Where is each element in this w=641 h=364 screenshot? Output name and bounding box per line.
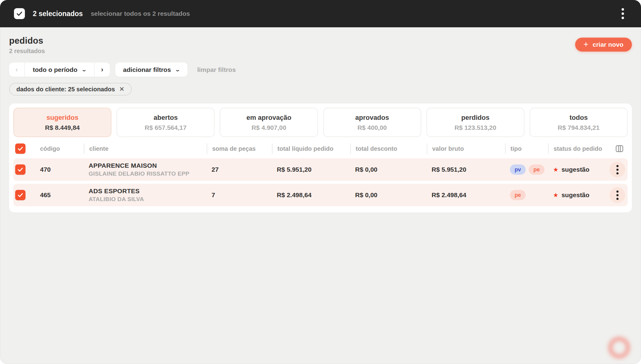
- star-icon: ★: [553, 166, 558, 173]
- filters-row: ‹ todo o período ⌄ › adicionar filtros ⌄…: [9, 62, 632, 77]
- tipo-pill-pv: pv: [510, 164, 526, 175]
- client-name: APPARENCE MAISON: [89, 162, 207, 169]
- tab-label: abertos: [154, 114, 178, 122]
- tab-perdidos[interactable]: perdidos R$ 123.513,20: [426, 108, 524, 137]
- tab-value: R$ 794.834,21: [558, 124, 600, 131]
- col-total-desconto[interactable]: total desconto: [350, 143, 427, 154]
- page-title: pedidos: [9, 36, 45, 46]
- client-subname: GISLAINE DELABIO RISSATTO EPP: [89, 170, 207, 177]
- col-status-pedido[interactable]: status do pedido: [548, 143, 603, 154]
- selection-bar: 2 selecionados selecionar todos os 2 res…: [0, 0, 641, 27]
- period-next-button[interactable]: ›: [94, 62, 110, 77]
- col-cliente[interactable]: cliente: [84, 143, 207, 154]
- period-selector: ‹ todo o período ⌄ ›: [9, 62, 110, 77]
- col-total-liquido[interactable]: total líquido pedido: [272, 143, 350, 154]
- tipo-pill-pe: pe: [510, 190, 526, 200]
- checkmark-icon: [17, 192, 23, 198]
- selection-menu-button[interactable]: [619, 5, 627, 22]
- column-settings-button[interactable]: [603, 145, 628, 153]
- row-checkbox[interactable]: [15, 164, 25, 175]
- tab-em-aprovacao[interactable]: em aprovação R$ 4.907,00: [220, 108, 318, 137]
- cell-valor-bruto: R$ 2.498,64: [427, 191, 505, 199]
- columns-icon: [616, 145, 623, 153]
- plus-icon: +: [584, 40, 588, 49]
- active-filters-row: dados do cliente: 25 selecionados ✕: [9, 83, 632, 96]
- filter-chip-label: dados do cliente: 25 selecionados: [16, 86, 115, 93]
- cell-valor-bruto: R$ 5.951,20: [427, 166, 505, 173]
- cell-codigo: 470: [35, 166, 84, 173]
- checkmark-icon: [17, 167, 23, 173]
- checkmark-icon: [16, 10, 23, 17]
- chevron-down-icon: ⌄: [81, 67, 87, 72]
- tab-label: sugeridos: [46, 114, 78, 122]
- tab-abertos[interactable]: abertos R$ 657.564,17: [117, 108, 215, 137]
- tab-label: aprovados: [355, 114, 389, 122]
- chevron-down-icon: ⌄: [175, 67, 181, 72]
- status-tabs: sugeridos R$ 8.449,84 abertos R$ 657.564…: [13, 108, 628, 137]
- cell-status: ★ sugestão: [548, 191, 603, 199]
- cell-status: ★ sugestão: [548, 166, 603, 173]
- row-checkbox[interactable]: [15, 190, 25, 200]
- tab-value: R$ 4.907,00: [252, 124, 286, 131]
- selected-count-label: 2 selecionados: [33, 10, 83, 18]
- client-subname: ATALIBIO DA SILVA: [89, 196, 207, 203]
- tab-label: em aprovação: [246, 114, 291, 122]
- col-codigo[interactable]: código: [35, 143, 84, 154]
- cell-cliente: ADS ESPORTES ATALIBIO DA SILVA: [84, 187, 207, 203]
- row-menu-button[interactable]: [609, 162, 625, 177]
- cell-cliente: APPARENCE MAISON GISLAINE DELABIO RISSAT…: [84, 162, 207, 177]
- select-all-results-link[interactable]: selecionar todos os 2 resultados: [91, 10, 190, 17]
- cell-total-desconto: R$ 0,00: [350, 166, 427, 173]
- col-valor-bruto[interactable]: valor bruto: [427, 143, 505, 154]
- clear-filters-link[interactable]: limpar filtros: [197, 66, 236, 73]
- period-prev-button[interactable]: ‹: [9, 62, 25, 77]
- tab-value: R$ 400,00: [358, 124, 387, 131]
- page-header: pedidos 2 resultados + criar novo: [9, 36, 632, 55]
- status-label: sugestão: [561, 191, 589, 199]
- tab-value: R$ 8.449,84: [45, 124, 80, 131]
- cursor-highlight-ring: [608, 337, 630, 359]
- cell-total-liquido: R$ 5.951,20: [272, 166, 350, 173]
- col-soma-de-pecas[interactable]: soma de peças: [207, 143, 272, 154]
- tab-aprovados[interactable]: aprovados R$ 400,00: [323, 108, 421, 137]
- cell-codigo: 465: [35, 191, 84, 199]
- star-icon: ★: [553, 191, 558, 199]
- cell-total-liquido: R$ 2.498,64: [272, 191, 350, 199]
- cell-tipo: pe: [505, 190, 548, 200]
- tab-label: perdidos: [461, 114, 490, 122]
- create-new-label: criar novo: [592, 41, 623, 48]
- tipo-pill-pe: pe: [529, 164, 544, 175]
- cell-soma-pecas: 27: [207, 166, 272, 173]
- tab-label: todos: [570, 114, 588, 122]
- add-filters-label: adicionar filtros: [123, 66, 171, 73]
- cell-tipo: pvpe: [505, 164, 548, 175]
- cell-soma-pecas: 7: [207, 191, 272, 199]
- results-count: 2 resultados: [9, 48, 45, 55]
- period-label: todo o período: [33, 66, 77, 73]
- app-window: 2 selecionados selecionar todos os 2 res…: [0, 0, 641, 364]
- tab-sugeridos[interactable]: sugeridos R$ 8.449,84: [13, 108, 111, 137]
- header-checkbox[interactable]: [15, 143, 25, 154]
- orders-card: sugeridos R$ 8.449,84 abertos R$ 657.564…: [9, 103, 632, 212]
- status-label: sugestão: [561, 166, 589, 173]
- period-dropdown[interactable]: todo o período ⌄: [25, 62, 94, 77]
- tab-value: R$ 657.564,17: [145, 124, 187, 131]
- table-row[interactable]: 465 ADS ESPORTES ATALIBIO DA SILVA 7 R$ …: [13, 184, 628, 206]
- table-header: código cliente soma de peças total líqui…: [13, 139, 628, 158]
- select-all-checkbox[interactable]: [14, 8, 25, 19]
- checkmark-icon: [17, 146, 23, 152]
- row-menu-button[interactable]: [609, 187, 625, 203]
- client-name: ADS ESPORTES: [89, 187, 207, 195]
- col-tipo[interactable]: tipo: [505, 143, 548, 154]
- tab-todos[interactable]: todos R$ 794.834,21: [530, 108, 628, 137]
- table-row[interactable]: 470 APPARENCE MAISON GISLAINE DELABIO RI…: [13, 158, 628, 181]
- client-data-filter-chip[interactable]: dados do cliente: 25 selecionados ✕: [9, 83, 132, 96]
- cell-total-desconto: R$ 0,00: [350, 191, 427, 199]
- create-new-button[interactable]: + criar novo: [575, 38, 632, 52]
- page-content: pedidos 2 resultados + criar novo ‹ todo…: [0, 27, 641, 364]
- add-filters-dropdown[interactable]: adicionar filtros ⌄: [115, 62, 188, 77]
- close-icon[interactable]: ✕: [119, 86, 125, 93]
- tab-value: R$ 123.513,20: [454, 124, 496, 131]
